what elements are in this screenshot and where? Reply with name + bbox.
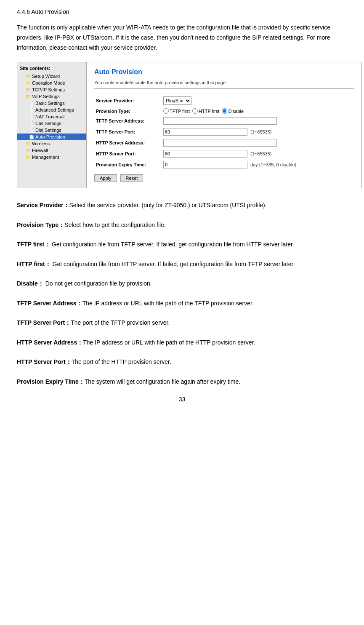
- section-tftp-first-bold: TFTP first：: [17, 241, 50, 248]
- sidebar-item-voip[interactable]: 📁 VoIP Settings: [17, 93, 86, 100]
- tftp-port-hint: (1~65535): [250, 129, 271, 134]
- main-panel: Auto Provision You could enable/disable …: [87, 62, 361, 188]
- section-tftp-first-text: Get configuration file from TFTP server.…: [50, 241, 294, 248]
- disable-label: Disable: [228, 109, 244, 114]
- intro-text: The function is only applicable when you…: [17, 23, 347, 53]
- http-server-address-input[interactable]: [163, 139, 277, 147]
- panel-title: Auto Provision: [94, 68, 354, 76]
- folder-icon: 📁: [26, 88, 31, 92]
- section-http-port-bold: HTTP Server Port：: [17, 358, 72, 365]
- tftp-server-port-cell: (1~65535): [162, 126, 354, 137]
- section-tftp-address-text: The IP address or URL with file path of …: [82, 300, 254, 307]
- sidebar-item-nat-traversal[interactable]: 📄 NAT Traversal: [17, 113, 86, 120]
- file-icon-active: 📄: [29, 135, 34, 139]
- section-provision-type-bold: Provision Type：: [17, 222, 64, 228]
- folder-icon: 📁: [26, 81, 31, 85]
- sidebar-item-firewall[interactable]: 📁 Firewall: [17, 147, 86, 154]
- row-service-provider: Service Provider: RingStar: [94, 95, 354, 107]
- http-server-port-input[interactable]: [163, 150, 247, 158]
- sidebar-item-auto-provision[interactable]: 📄 Auto Provision: [17, 134, 86, 140]
- file-icon: 📄: [29, 101, 34, 106]
- folder-icon: 📁: [26, 148, 31, 153]
- section-tftp-server-address: TFTP Server Address：The IP address or UR…: [17, 298, 347, 309]
- section-tftp-address-bold: TFTP Server Address：: [17, 300, 82, 307]
- folder-icon: 📁: [26, 94, 31, 99]
- row-provision-type: Provision Type: TFTP first HTTP first: [94, 107, 354, 115]
- file-icon: 📄: [29, 121, 34, 126]
- tftp-server-address-input[interactable]: [163, 117, 277, 125]
- provision-type-radio-group: TFTP first HTTP first Disable: [163, 108, 352, 114]
- section-service-provider-text: Select the service provider. (only for Z…: [69, 202, 267, 208]
- section-disable-bold: Disable：: [17, 280, 44, 287]
- apply-button[interactable]: Apply: [94, 174, 117, 182]
- sidebar-item-wireless[interactable]: 📁 Wireless: [17, 140, 86, 147]
- folder-icon: 📁: [26, 74, 31, 79]
- section-provision-type: Provision Type：Select how to get the con…: [17, 220, 347, 230]
- http-server-address-label: HTTP Server Address:: [94, 137, 162, 148]
- panel-description: You could enable/disable the auto provis…: [94, 80, 354, 89]
- service-provider-label: Service Provider:: [94, 95, 162, 107]
- section-http-first-bold: HTTP first：: [17, 261, 51, 267]
- http-server-port-cell: (1~65535): [162, 148, 354, 159]
- http-first-radio[interactable]: [192, 108, 198, 114]
- row-http-server-port: HTTP Server Port: (1~65535): [94, 148, 354, 159]
- section-http-first-text: Get configuration file from HTTP server.…: [51, 261, 295, 267]
- section-http-address-bold: HTTP Server Address：: [17, 339, 83, 346]
- http-server-port-label: HTTP Server Port:: [94, 148, 162, 159]
- reset-button[interactable]: Reset: [120, 174, 143, 182]
- file-icon: 📄: [29, 115, 34, 119]
- provision-type-label: Provision Type:: [94, 107, 162, 115]
- section-http-server-address: HTTP Server Address：The IP address or UR…: [17, 337, 347, 348]
- section-provision-expiry: Provision Expiry Time：The system will ge…: [17, 377, 347, 387]
- tftp-server-address-label: TFTP Server Address:: [94, 115, 162, 126]
- provision-expiry-input[interactable]: [163, 161, 247, 168]
- page-number: 33: [17, 396, 347, 403]
- sidebar-item-basic-settings[interactable]: 📄 Basic Settings: [17, 100, 86, 107]
- section-expiry-text: The system will get configuration file a…: [85, 378, 240, 385]
- sidebar-section: 📁 Setup Wizard 📁 Operation Mode 📁 TCP/IP…: [17, 73, 86, 160]
- row-tftp-server-address: TFTP Server Address:: [94, 115, 354, 126]
- ui-screenshot: Site contents: 📁 Setup Wizard 📁 Operatio…: [17, 62, 362, 188]
- page-title: 4.4.6 Auto Provision: [17, 8, 347, 15]
- sidebar-item-advanced-settings[interactable]: 📄 Advanced Settings: [17, 107, 86, 113]
- form-table: Service Provider: RingStar Provision Typ…: [94, 95, 354, 170]
- folder-icon: 📁: [26, 142, 31, 146]
- section-http-address-text: The IP address or URL with file path of …: [83, 339, 255, 346]
- tftp-first-label: TFTP first: [170, 109, 190, 114]
- sidebar: Site contents: 📁 Setup Wizard 📁 Operatio…: [17, 62, 87, 188]
- disable-radio[interactable]: [222, 108, 227, 114]
- provision-expiry-cell: day (1~365; 0 disable): [162, 159, 354, 170]
- folder-icon: 📁: [26, 155, 31, 160]
- http-first-radio-label[interactable]: HTTP first: [192, 108, 219, 114]
- http-first-label: HTTP first: [199, 109, 219, 114]
- sidebar-item-management[interactable]: 📁 Management: [17, 154, 86, 160]
- sidebar-item-dial-settings[interactable]: 📄 Dial Settings: [17, 127, 86, 134]
- section-service-provider: Service Provider：Select the service prov…: [17, 200, 347, 211]
- button-row: Apply Reset: [94, 174, 354, 182]
- provision-type-cell: TFTP first HTTP first Disable: [162, 107, 354, 115]
- section-disable: Disable： Do not get configuration file b…: [17, 278, 347, 289]
- file-icon: 📄: [29, 128, 34, 133]
- section-tftp-server-port: TFTP Server Port：The port of the TFTP pr…: [17, 318, 347, 328]
- sidebar-item-call-settings[interactable]: 📄 Call Settings: [17, 120, 86, 127]
- sidebar-header: Site contents:: [17, 65, 86, 72]
- tftp-server-port-input[interactable]: [163, 128, 247, 136]
- section-tftp-port-bold: TFTP Server Port：: [17, 319, 71, 326]
- expiry-hint: day (1~365; 0 disable): [250, 162, 296, 167]
- row-provision-expiry: Provision Expiry Time: day (1~365; 0 dis…: [94, 159, 354, 170]
- sidebar-item-setup-wizard[interactable]: 📁 Setup Wizard: [17, 73, 86, 80]
- service-provider-cell: RingStar: [162, 95, 354, 107]
- section-expiry-bold: Provision Expiry Time：: [17, 378, 85, 385]
- sidebar-item-tcpip[interactable]: 📁 TCP/IP Settings: [17, 86, 86, 93]
- section-disable-text: Do not get configuration file by provisi…: [44, 280, 152, 287]
- section-tftp-port-text: The port of the TFTP provision server.: [71, 319, 170, 326]
- disable-radio-label[interactable]: Disable: [222, 108, 244, 114]
- section-http-server-port: HTTP Server Port：The port of the HTTP pr…: [17, 357, 347, 367]
- tftp-first-radio[interactable]: [163, 108, 169, 114]
- sidebar-item-operation-mode[interactable]: 📁 Operation Mode: [17, 80, 86, 86]
- tftp-first-radio-label[interactable]: TFTP first: [163, 108, 190, 114]
- section-http-port-text: The port of the HTTP provision server.: [72, 358, 171, 365]
- row-http-server-address: HTTP Server Address:: [94, 137, 354, 148]
- service-provider-select[interactable]: RingStar: [163, 96, 191, 105]
- provision-expiry-label: Provision Expiry Time:: [94, 159, 162, 170]
